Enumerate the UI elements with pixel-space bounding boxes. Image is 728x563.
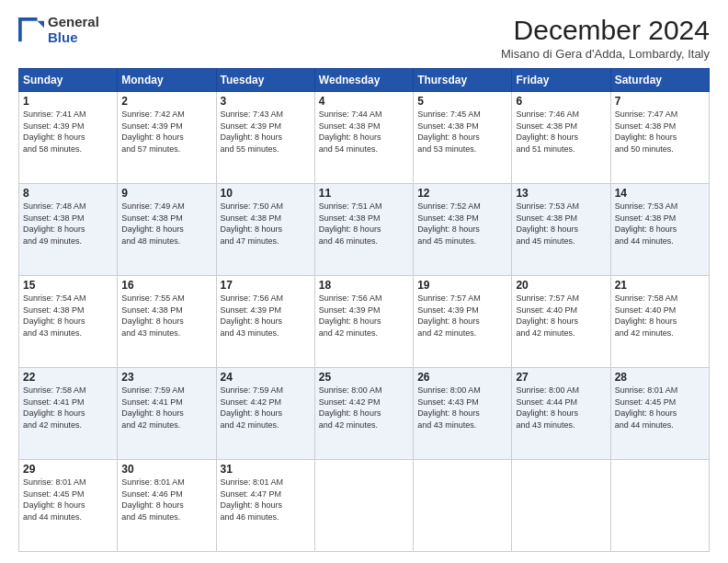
calendar-cell: 4Sunrise: 7:44 AMSunset: 4:38 PMDaylight… [314,92,413,184]
calendar-cell [414,460,512,552]
calendar-page: General Blue December 2024 Misano di Ger… [0,0,728,563]
day-number: 4 [319,95,409,108]
day-info: Sunrise: 7:59 AMSunset: 4:42 PMDaylight:… [221,385,311,431]
day-number: 27 [516,371,606,384]
day-info: Sunrise: 7:44 AMSunset: 4:38 PMDaylight:… [319,109,409,155]
day-number: 8 [23,187,113,200]
calendar-cell: 16Sunrise: 7:55 AMSunset: 4:38 PMDayligh… [118,276,216,368]
day-info: Sunrise: 8:01 AMSunset: 4:46 PMDaylight:… [121,477,211,523]
header-monday: Monday [118,69,216,92]
header-friday: Friday [512,69,610,92]
calendar-cell: 2Sunrise: 7:42 AMSunset: 4:39 PMDaylight… [118,92,216,184]
calendar-cell: 7Sunrise: 7:47 AMSunset: 4:38 PMDaylight… [610,92,709,184]
day-info: Sunrise: 7:50 AMSunset: 4:38 PMDaylight:… [221,201,311,247]
calendar-cell: 21Sunrise: 7:58 AMSunset: 4:40 PMDayligh… [610,276,709,368]
day-number: 15 [23,279,113,292]
calendar-cell: 1Sunrise: 7:41 AMSunset: 4:39 PMDaylight… [19,92,118,184]
header: General Blue December 2024 Misano di Ger… [18,15,710,61]
day-info: Sunrise: 8:00 AMSunset: 4:43 PMDaylight:… [417,385,507,431]
calendar-cell: 5Sunrise: 7:45 AMSunset: 4:38 PMDaylight… [414,92,512,184]
calendar-cell: 13Sunrise: 7:53 AMSunset: 4:38 PMDayligh… [512,184,610,276]
day-info: Sunrise: 7:51 AMSunset: 4:38 PMDaylight:… [319,201,409,247]
day-info: Sunrise: 7:41 AMSunset: 4:39 PMDaylight:… [23,109,113,155]
calendar-cell: 28Sunrise: 8:01 AMSunset: 4:45 PMDayligh… [610,368,709,460]
day-number: 13 [516,187,606,200]
logo-blue: Blue [48,29,78,45]
calendar-cell: 31Sunrise: 8:01 AMSunset: 4:47 PMDayligh… [216,460,314,552]
day-number: 3 [221,95,311,108]
calendar-cell: 20Sunrise: 7:57 AMSunset: 4:40 PMDayligh… [512,276,610,368]
svg-marker-0 [38,20,44,27]
day-info: Sunrise: 7:42 AMSunset: 4:39 PMDaylight:… [121,109,211,155]
calendar-cell [512,460,610,552]
day-number: 28 [615,371,705,384]
day-info: Sunrise: 8:00 AMSunset: 4:42 PMDaylight:… [319,385,409,431]
logo: General Blue [18,15,99,45]
day-info: Sunrise: 7:46 AMSunset: 4:38 PMDaylight:… [516,109,606,155]
header-sunday: Sunday [19,69,118,92]
calendar-cell: 11Sunrise: 7:51 AMSunset: 4:38 PMDayligh… [314,184,413,276]
header-tuesday: Tuesday [216,69,314,92]
day-info: Sunrise: 7:53 AMSunset: 4:38 PMDaylight:… [615,201,705,247]
day-number: 14 [615,187,705,200]
day-number: 12 [417,187,507,200]
day-info: Sunrise: 7:56 AMSunset: 4:39 PMDaylight:… [319,293,409,339]
header-thursday: Thursday [414,69,512,92]
day-info: Sunrise: 7:48 AMSunset: 4:38 PMDaylight:… [23,201,113,247]
calendar-week-row: 8Sunrise: 7:48 AMSunset: 4:38 PMDaylight… [19,184,710,276]
day-number: 21 [615,279,705,292]
calendar-cell: 22Sunrise: 7:58 AMSunset: 4:41 PMDayligh… [19,368,118,460]
day-number: 25 [319,371,409,384]
day-info: Sunrise: 7:58 AMSunset: 4:41 PMDaylight:… [23,385,113,431]
calendar-week-row: 22Sunrise: 7:58 AMSunset: 4:41 PMDayligh… [19,368,710,460]
day-info: Sunrise: 7:53 AMSunset: 4:38 PMDaylight:… [516,201,606,247]
logo-icon [18,17,44,43]
calendar-cell: 24Sunrise: 7:59 AMSunset: 4:42 PMDayligh… [216,368,314,460]
weekday-header-row: Sunday Monday Tuesday Wednesday Thursday… [19,69,710,92]
calendar-cell: 14Sunrise: 7:53 AMSunset: 4:38 PMDayligh… [610,184,709,276]
day-number: 30 [121,463,211,476]
calendar-cell: 18Sunrise: 7:56 AMSunset: 4:39 PMDayligh… [314,276,413,368]
day-number: 2 [121,95,211,108]
calendar-cell: 25Sunrise: 8:00 AMSunset: 4:42 PMDayligh… [314,368,413,460]
calendar-cell [314,460,413,552]
day-number: 6 [516,95,606,108]
calendar-cell: 8Sunrise: 7:48 AMSunset: 4:38 PMDaylight… [19,184,118,276]
calendar-cell: 10Sunrise: 7:50 AMSunset: 4:38 PMDayligh… [216,184,314,276]
day-number: 20 [516,279,606,292]
day-number: 9 [121,187,211,200]
calendar-cell: 27Sunrise: 8:00 AMSunset: 4:44 PMDayligh… [512,368,610,460]
calendar-cell: 17Sunrise: 7:56 AMSunset: 4:39 PMDayligh… [216,276,314,368]
day-info: Sunrise: 7:57 AMSunset: 4:39 PMDaylight:… [417,293,507,339]
day-info: Sunrise: 8:01 AMSunset: 4:47 PMDaylight:… [221,477,311,523]
calendar-table: Sunday Monday Tuesday Wednesday Thursday… [18,68,710,552]
calendar-cell: 23Sunrise: 7:59 AMSunset: 4:41 PMDayligh… [118,368,216,460]
calendar-cell: 9Sunrise: 7:49 AMSunset: 4:38 PMDaylight… [118,184,216,276]
day-info: Sunrise: 8:01 AMSunset: 4:45 PMDaylight:… [23,477,113,523]
day-number: 7 [615,95,705,108]
day-number: 22 [23,371,113,384]
day-info: Sunrise: 7:57 AMSunset: 4:40 PMDaylight:… [516,293,606,339]
day-number: 18 [319,279,409,292]
day-number: 11 [319,187,409,200]
day-info: Sunrise: 7:47 AMSunset: 4:38 PMDaylight:… [615,109,705,155]
calendar-cell [610,460,709,552]
day-info: Sunrise: 7:49 AMSunset: 4:38 PMDaylight:… [121,201,211,247]
calendar-week-row: 29Sunrise: 8:01 AMSunset: 4:45 PMDayligh… [19,460,710,552]
header-wednesday: Wednesday [314,69,413,92]
svg-rect-2 [18,17,22,41]
logo-general: General [48,14,99,29]
day-number: 29 [23,463,113,476]
day-info: Sunrise: 7:59 AMSunset: 4:41 PMDaylight:… [121,385,211,431]
calendar-cell: 12Sunrise: 7:52 AMSunset: 4:38 PMDayligh… [414,184,512,276]
calendar-cell: 6Sunrise: 7:46 AMSunset: 4:38 PMDaylight… [512,92,610,184]
calendar-cell: 19Sunrise: 7:57 AMSunset: 4:39 PMDayligh… [414,276,512,368]
day-info: Sunrise: 7:56 AMSunset: 4:39 PMDaylight:… [221,293,311,339]
calendar-cell: 26Sunrise: 8:00 AMSunset: 4:43 PMDayligh… [414,368,512,460]
day-info: Sunrise: 7:52 AMSunset: 4:38 PMDaylight:… [417,201,507,247]
calendar-cell: 30Sunrise: 8:01 AMSunset: 4:46 PMDayligh… [118,460,216,552]
logo-text: General Blue [48,15,99,45]
day-info: Sunrise: 7:43 AMSunset: 4:39 PMDaylight:… [221,109,311,155]
day-number: 16 [121,279,211,292]
month-title: December 2024 [501,15,710,45]
